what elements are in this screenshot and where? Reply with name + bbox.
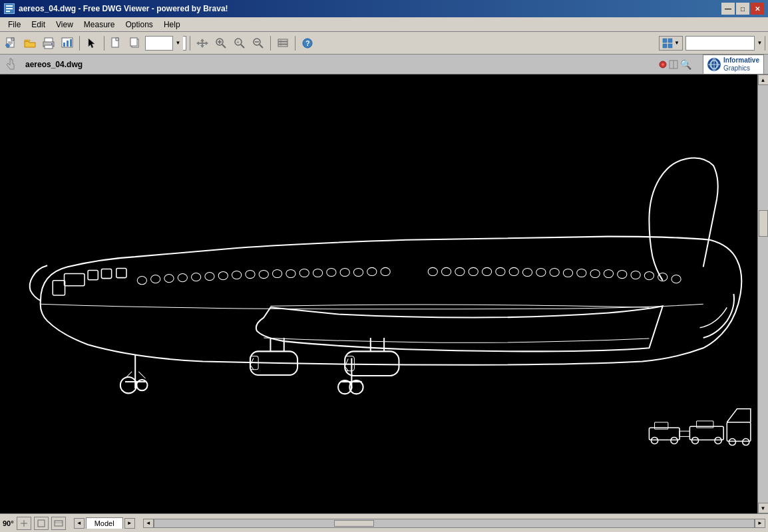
view-dropdown[interactable]: ▼ <box>659 36 683 51</box>
svg-rect-2 <box>6 8 13 9</box>
svg-text:+: + <box>236 39 240 45</box>
zoom-input[interactable]: 21 <box>148 39 172 48</box>
toolbar: 21 ▼ + <box>0 32 768 55</box>
layers-button[interactable] <box>274 35 291 52</box>
svg-line-26 <box>222 45 226 48</box>
search-box[interactable]: ▼ <box>685 36 765 51</box>
status-btn-3[interactable] <box>51 517 66 530</box>
multipage-button[interactable] <box>126 35 144 52</box>
status-btn-1[interactable] <box>17 517 31 530</box>
menu-help[interactable]: Help <box>158 19 186 31</box>
secondary-right: 🔍 Informative Graphics <box>658 55 764 74</box>
svg-rect-41 <box>663 39 667 43</box>
svg-rect-43 <box>663 44 667 48</box>
print-button[interactable] <box>40 35 57 52</box>
scroll-down-arrow[interactable]: ▼ <box>758 503 769 513</box>
main-area: ▲ ▼ <box>0 74 768 513</box>
separator-1 <box>79 36 80 51</box>
scroll-up-arrow[interactable]: ▲ <box>758 74 769 85</box>
scroll-thumb-h[interactable] <box>334 520 374 527</box>
scroll-left-arrow[interactable]: ◄ <box>143 519 154 528</box>
svg-rect-36 <box>278 42 288 44</box>
zoom-out-button[interactable] <box>250 35 267 52</box>
page-button[interactable] <box>108 35 125 52</box>
svg-text:?: ? <box>305 39 310 47</box>
svg-rect-16 <box>63 43 65 47</box>
search-input[interactable] <box>686 39 754 48</box>
separator-4 <box>270 36 271 51</box>
menu-options[interactable]: Options <box>120 19 158 31</box>
drawing-canvas[interactable] <box>0 74 757 513</box>
menu-file[interactable]: File <box>3 19 26 31</box>
svg-text:🔍: 🔍 <box>680 59 692 70</box>
pan-button[interactable] <box>194 35 211 52</box>
svg-rect-18 <box>70 39 72 47</box>
markup-tools: 🔍 <box>658 57 697 72</box>
svg-rect-55 <box>0 98 757 489</box>
filename-label: aereos_04.dwg <box>25 60 83 69</box>
window-title: aereos_04.dwg - Free DWG Viewer - powere… <box>19 4 721 13</box>
separator-3 <box>190 36 190 51</box>
svg-rect-42 <box>668 39 672 43</box>
maximize-button[interactable]: □ <box>736 3 749 15</box>
svg-rect-44 <box>668 44 672 48</box>
horizontal-scrollbar[interactable]: ◄ ► <box>143 519 765 528</box>
search-dropdown-arrow[interactable]: ▼ <box>754 36 765 51</box>
close-button[interactable]: ✕ <box>751 3 764 15</box>
svg-marker-19 <box>89 39 95 48</box>
svg-rect-1 <box>6 5 13 7</box>
zoom-dropdown[interactable]: 21 ▼ <box>145 36 186 51</box>
scroll-right-arrow[interactable]: ► <box>755 519 765 528</box>
brand-text: Informative Graphics <box>723 57 759 72</box>
scroll-thumb-v[interactable] <box>759 210 768 237</box>
tab-right-arrow[interactable]: ► <box>124 518 135 529</box>
brand-logo-icon <box>707 58 721 71</box>
zoom-in-button[interactable]: + <box>231 35 248 52</box>
tab-left-arrow[interactable]: ◄ <box>74 518 85 529</box>
model-tab[interactable]: Model <box>86 517 123 529</box>
svg-rect-35 <box>278 39 288 41</box>
menu-view[interactable]: View <box>51 19 79 31</box>
title-bar: aereos_04.dwg - Free DWG Viewer - powere… <box>0 0 768 17</box>
toolbar-right: ▼ ▼ <box>659 36 765 51</box>
svg-rect-13 <box>45 45 53 49</box>
svg-rect-14 <box>51 43 53 45</box>
svg-rect-37 <box>278 45 288 47</box>
svg-marker-5 <box>11 38 14 41</box>
vertical-scrollbar[interactable]: ▲ ▼ <box>757 74 768 513</box>
svg-rect-17 <box>67 41 69 47</box>
svg-line-33 <box>260 45 263 48</box>
select-button[interactable] <box>83 35 100 52</box>
hand-cursor-icon <box>4 57 20 72</box>
svg-rect-3 <box>6 11 10 12</box>
separator-5 <box>295 36 295 51</box>
help-button[interactable]: ? <box>299 35 316 52</box>
svg-rect-130 <box>55 521 63 526</box>
minimize-button[interactable]: — <box>721 3 735 15</box>
svg-marker-24 <box>196 39 208 48</box>
status-btn-2[interactable] <box>34 517 49 530</box>
menu-measure[interactable]: Measure <box>79 19 120 31</box>
svg-point-46 <box>662 63 664 66</box>
menu-edit[interactable]: Edit <box>26 19 51 31</box>
separator-2 <box>104 36 104 51</box>
svg-line-30 <box>241 45 244 48</box>
tab-section: ◄ Model ► <box>74 517 135 529</box>
svg-rect-23 <box>130 38 137 46</box>
open-button[interactable] <box>21 35 39 52</box>
new-button[interactable] <box>3 35 20 52</box>
window-controls: — □ ✕ <box>721 3 764 15</box>
svg-marker-21 <box>116 38 118 41</box>
zoom-dropdown-arrow[interactable]: ▼ <box>172 36 183 51</box>
rotation-angle: 90° <box>3 519 14 527</box>
app-icon <box>4 3 15 14</box>
brand-logo: Informative Graphics <box>703 55 764 74</box>
menu-bar: File Edit View Measure Options Help <box>0 17 768 32</box>
secondary-bar: aereos_04.dwg 🔍 <box>0 55 768 74</box>
scroll-track-h[interactable] <box>154 519 755 528</box>
scroll-track-v[interactable] <box>758 85 769 503</box>
zoom-fit-button[interactable] <box>212 35 230 52</box>
chart-button[interactable] <box>59 35 76 52</box>
svg-rect-129 <box>38 520 45 527</box>
status-bar: 90° ◄ Model ► ◄ ► <box>0 513 768 532</box>
